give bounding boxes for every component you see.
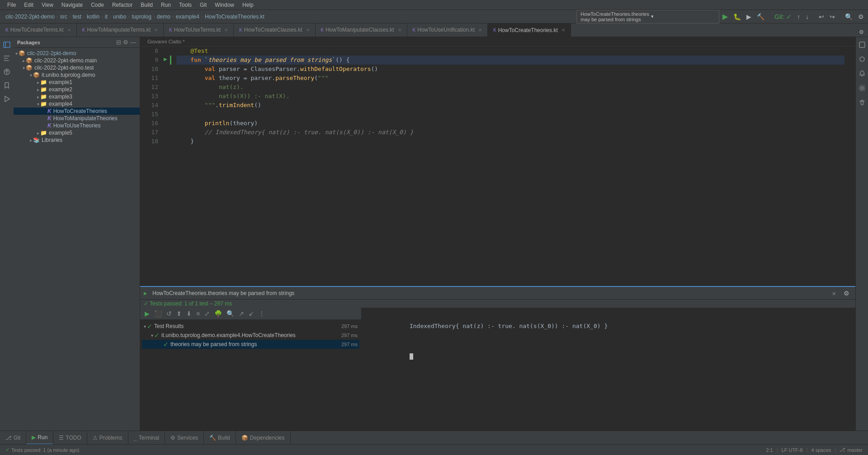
tree-howtomanipulatetheories[interactable]: ▸ K HowToManipulateTheories <box>14 115 140 122</box>
tree-root[interactable]: ▾ 📦 cilc-2022-2pkt-demo <box>14 50 140 57</box>
coverage-button[interactable]: ▶ <box>744 12 754 22</box>
debug-button[interactable]: 🐛 <box>731 12 743 22</box>
run-tree-class[interactable]: ▾ ✓ it.unibo.tuprolog.demo.example4.HowT… <box>142 331 359 340</box>
tab-close-button[interactable]: ✕ <box>398 28 401 33</box>
breadcrumb-kotlin[interactable]: kotlin <box>87 14 99 20</box>
tab-close-button[interactable]: ✕ <box>306 28 310 33</box>
tab-settings-button[interactable]: ⚙ <box>857 28 866 37</box>
breadcrumb-demo[interactable]: demo <box>157 14 170 20</box>
gradle-icon[interactable] <box>856 39 868 51</box>
git-push-icon[interactable]: ↑ <box>795 12 802 22</box>
notifications-icon[interactable] <box>856 68 868 80</box>
tree-expand-arrow[interactable]: ▾ <box>37 102 39 107</box>
breadcrumb-src[interactable]: src <box>60 14 67 20</box>
breadcrumb-project[interactable]: cilc-2022-2pkt-demo <box>5 14 55 20</box>
bottomtab-git[interactable]: ⎇ Git <box>0 431 26 445</box>
bottomtab-terminal[interactable]: _ Terminal <box>128 431 165 445</box>
menu-code[interactable]: Code <box>87 1 108 9</box>
run-stop-btn[interactable]: ⬛ <box>152 309 164 318</box>
tab-howtomanipulateclauses[interactable]: K HowToManipulateClauses.kt ✕ <box>316 23 407 37</box>
tree-expand-arrow[interactable]: ▸ <box>37 80 39 85</box>
tree-test-module[interactable]: ▾ 📦 cilc-2022-2pkt-demo.test <box>14 64 140 71</box>
encoding-status[interactable]: LF UTF-8 <box>780 447 805 453</box>
tab-howtocreateclauses[interactable]: K HowToCreateClauses.kt ✕ <box>234 23 315 37</box>
tab-howtocreateterms[interactable]: K HowToCreateTerms.kt ✕ <box>0 23 77 37</box>
tree-main-module[interactable]: ▸ 📦 cilc-2022-2pkt-demo.main <box>14 57 140 64</box>
tree-expand-arrow[interactable]: ▸ <box>37 87 39 92</box>
run-tree-expand-arrow[interactable]: ▾ <box>151 333 153 338</box>
run-button[interactable]: ▶ <box>720 11 730 22</box>
tree-expand-arrow[interactable]: ▾ <box>23 66 25 70</box>
tree-example1[interactable]: ▸ 📁 example1 <box>14 79 140 86</box>
bottomtab-build[interactable]: 🔨 Build <box>204 431 236 445</box>
test-result-status[interactable]: ✓ Tests passed: 1 (a minute ago) <box>4 447 81 453</box>
tree-expand-arrow[interactable]: ▾ <box>15 51 18 56</box>
bottomtab-dependencies[interactable]: 📦 Dependencies <box>236 431 291 445</box>
bottomtab-todo[interactable]: ☰ TODO <box>53 431 87 445</box>
menu-run[interactable]: Run <box>157 1 175 9</box>
run-import-btn[interactable]: ↗ <box>237 309 246 318</box>
breadcrumb-file[interactable]: HowToCreateTheories.kt <box>205 14 264 20</box>
menu-edit[interactable]: Edit <box>20 1 37 9</box>
code-area[interactable]: 8 9 10 11 12 13 14 15 16 17 18 <box>140 47 855 286</box>
run-tree-expand-arrow[interactable]: ▾ <box>144 324 146 329</box>
tab-close-button[interactable]: ✕ <box>224 28 228 33</box>
run-rerun-btn[interactable]: ▶ <box>143 309 151 318</box>
tree-expand-arrow[interactable]: ▾ <box>30 73 32 78</box>
menu-build[interactable]: Build <box>137 1 156 9</box>
git-fetch-icon[interactable]: ↓ <box>803 12 811 22</box>
breadcrumb-it[interactable]: it <box>105 14 108 20</box>
undo-button[interactable]: ↩ <box>816 12 826 22</box>
sidebar-settings-btn[interactable]: ⚙ <box>123 39 128 46</box>
run-search-btn[interactable]: 🔍 <box>225 309 236 318</box>
run-panel-close-btn[interactable]: ✕ <box>832 290 836 297</box>
run-export-btn[interactable]: ↙ <box>247 309 256 318</box>
tab-howtouseterms[interactable]: K HowToUseTerms.kt ✕ <box>164 23 234 37</box>
tree-howtocreatetheories[interactable]: ▸ K HowToCreateTheories <box>14 108 140 115</box>
trash-icon[interactable] <box>856 97 868 108</box>
run-tree-root[interactable]: ▾ ✓ Test Results 297 ms <box>142 322 359 331</box>
breadcrumb-unibo[interactable]: unibo <box>113 14 126 20</box>
run-sort-alpha-btn[interactable]: ⬇ <box>184 309 193 318</box>
tree-expand-arrow[interactable]: ▸ <box>37 94 39 99</box>
run-rerun-failed-btn[interactable]: ↺ <box>165 309 174 318</box>
tab-close-button[interactable]: ✕ <box>478 28 482 33</box>
build-button[interactable]: 🔨 <box>755 12 767 22</box>
run-tree-method[interactable]: ▸ ✓ theories may be parsed from strings … <box>142 340 359 349</box>
maven-icon[interactable] <box>856 53 868 65</box>
breadcrumb-tuprolog[interactable]: tuprolog <box>132 14 151 20</box>
branch-status[interactable]: ⎇ master <box>838 447 864 453</box>
tab-howtomanipulateterms[interactable]: K HowToManipulateTerms.kt ✕ <box>77 23 164 37</box>
run-icon[interactable] <box>1 93 13 105</box>
menu-help[interactable]: Help <box>239 1 257 9</box>
sidebar-close-btn[interactable]: — <box>130 39 136 46</box>
tab-howtocreatetheories-active[interactable]: K HowToCreateTheories.kt ✕ <box>488 23 571 37</box>
position-status[interactable]: 2:1 <box>764 447 774 453</box>
bottomtab-services[interactable]: ⚙ Services <box>165 431 204 445</box>
menu-tools[interactable]: Tools <box>175 1 195 9</box>
run-filter-btn[interactable]: ≡ <box>194 309 202 318</box>
tree-expand-arrow[interactable]: ▸ <box>23 58 25 63</box>
menu-view[interactable]: View <box>38 1 57 9</box>
settings-button[interactable]: ⚙ <box>856 12 866 22</box>
search-everywhere-button[interactable]: 🔍 <box>843 12 855 22</box>
tree-libraries[interactable]: ▸ 📚 Libraries <box>14 136 140 144</box>
tree-example3[interactable]: ▸ 📁 example3 <box>14 93 140 100</box>
indent-status[interactable]: 4 spaces <box>809 447 833 453</box>
bookmarks-icon[interactable] <box>1 80 13 91</box>
tab-close-button[interactable]: ✕ <box>67 28 71 33</box>
menu-window[interactable]: Window <box>211 1 238 9</box>
menu-navigate[interactable]: Navigate <box>58 1 86 9</box>
sidebar-collapse-btn[interactable]: ⊟ <box>116 39 121 46</box>
tree-package[interactable]: ▾ 📦 it.unibo.tuprolog.demo <box>14 71 140 79</box>
code-content[interactable]: @Test fun `theories may be parsed from s… <box>173 47 848 286</box>
run-tree-toggle-btn[interactable]: 🌳 <box>212 309 224 318</box>
tree-expand-arrow[interactable]: ▸ <box>30 138 32 143</box>
settings-gear-icon[interactable] <box>856 82 868 94</box>
breadcrumb-test[interactable]: test <box>73 14 81 20</box>
tab-howtouseunification[interactable]: K HowToUseUnification.kt ✕ <box>407 23 488 37</box>
tree-example2[interactable]: ▸ 📁 example2 <box>14 86 140 93</box>
tree-example5[interactable]: ▸ 📁 example5 <box>14 129 140 136</box>
tab-close-button[interactable]: ✕ <box>561 28 565 33</box>
run-expand-btn[interactable]: ⤢ <box>203 309 212 318</box>
